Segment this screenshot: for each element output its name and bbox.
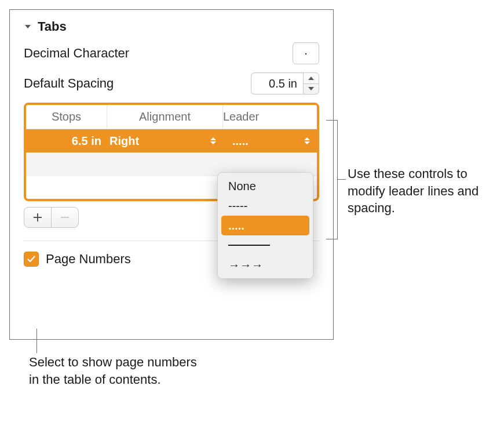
table-row[interactable]: 6.5 in Right ..... (26, 129, 317, 152)
callout-line (36, 329, 37, 353)
select-caret-icon (303, 137, 311, 144)
leader-dropdown[interactable]: None ----- ..... →→→ (217, 172, 313, 279)
leader-option-none[interactable]: None (221, 176, 309, 196)
default-spacing-stepper[interactable] (303, 72, 319, 94)
solid-line-icon (228, 245, 270, 246)
leader-option-arrows[interactable]: →→→ (221, 255, 309, 275)
plus-icon (33, 213, 42, 222)
default-spacing-row: Default Spacing 0.5 in (24, 72, 319, 94)
callout-bracket (326, 120, 338, 239)
chevron-down-icon (24, 23, 32, 31)
leader-option-dashes[interactable]: ----- (221, 196, 309, 216)
cell-stops[interactable]: 6.5 in (26, 134, 107, 148)
decimal-character-row: Decimal Character . (24, 42, 319, 64)
callout-bracket (338, 179, 346, 180)
cell-alignment-value: Right (109, 134, 139, 148)
section-title: Tabs (38, 19, 67, 34)
svg-rect-0 (61, 217, 69, 218)
stepper-up-icon[interactable] (304, 73, 319, 84)
minus-icon (60, 213, 70, 222)
page-numbers-checkbox[interactable] (24, 252, 39, 267)
add-button[interactable] (24, 208, 51, 227)
add-remove-segmented (24, 207, 79, 228)
remove-button[interactable] (52, 208, 78, 227)
col-header-leader[interactable]: Leader (223, 105, 259, 129)
page-numbers-label: Page Numbers (46, 252, 131, 267)
checkmark-icon (27, 255, 36, 264)
table-header: Stops Alignment Leader (26, 105, 317, 129)
leader-option-solid[interactable] (221, 235, 309, 255)
cell-leader[interactable]: ..... (223, 134, 317, 148)
decimal-character-input[interactable]: . (293, 42, 319, 64)
select-caret-icon (209, 137, 217, 144)
cell-alignment[interactable]: Right (107, 134, 223, 148)
leader-option-dots[interactable]: ..... (221, 216, 309, 235)
stepper-down-icon[interactable] (304, 84, 319, 94)
callout-right: Use these controls to modify leader line… (348, 165, 497, 217)
callout-bottom: Select to show page numbers in the table… (29, 354, 197, 388)
section-header[interactable]: Tabs (24, 19, 319, 34)
col-header-stops[interactable]: Stops (26, 105, 107, 129)
cell-leader-value: ..... (232, 134, 249, 148)
default-spacing-label: Default Spacing (24, 76, 114, 91)
col-header-alignment[interactable]: Alignment (107, 105, 223, 129)
default-spacing-input[interactable]: 0.5 in (251, 72, 303, 94)
decimal-character-label: Decimal Character (24, 46, 129, 61)
